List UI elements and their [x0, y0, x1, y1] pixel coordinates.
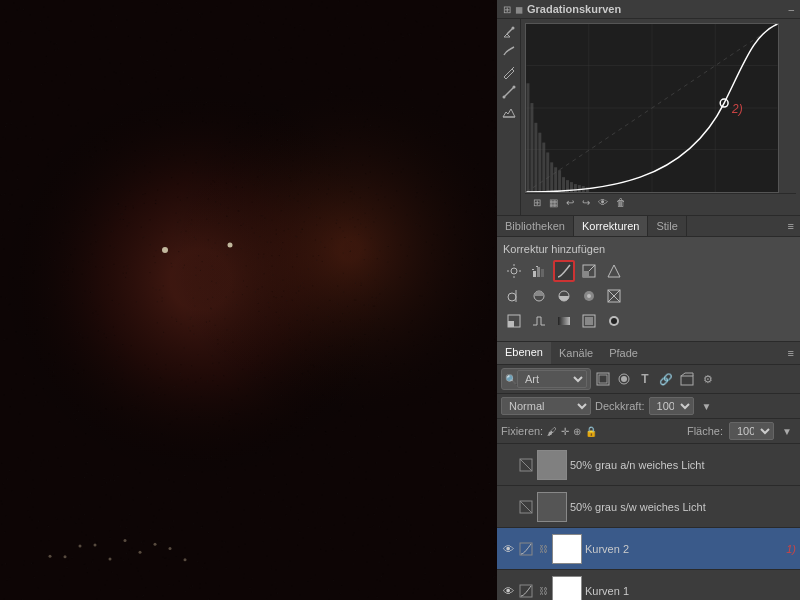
fix-lock-icon[interactable]: 🔒: [585, 426, 597, 437]
layer-item-kurven2[interactable]: 👁 ⛓ Kurven 2 1): [497, 528, 800, 570]
invert-icon[interactable]: [603, 310, 625, 332]
link-icon[interactable]: 🔗: [657, 370, 675, 388]
svg-rect-17: [538, 133, 541, 192]
layer-name: Kurven 2: [585, 543, 783, 555]
hsl-icon[interactable]: [503, 285, 525, 307]
layer-eye-icon[interactable]: 👁: [501, 458, 515, 472]
layer-eye-icon[interactable]: 👁: [501, 584, 515, 598]
photo-canvas: [0, 0, 497, 600]
curves-graph: 2): [525, 23, 779, 193]
layer-eye-icon[interactable]: 👁: [501, 500, 515, 514]
tab-kanale[interactable]: Kanäle: [551, 343, 601, 363]
photo-panel: [0, 0, 497, 600]
search-icon: 🔍: [505, 374, 517, 385]
svg-rect-64: [681, 376, 693, 385]
svg-point-4: [502, 96, 505, 99]
grid-large-icon[interactable]: ▦: [547, 196, 560, 209]
svg-rect-16: [534, 123, 537, 192]
layer-number: 1): [786, 543, 796, 555]
search-container: 🔍 Art: [501, 368, 591, 390]
channelmixer-icon[interactable]: [603, 285, 625, 307]
layer-thumbnail: [537, 450, 567, 480]
layer-eye-icon[interactable]: 👁: [501, 542, 515, 556]
fix-move-icon[interactable]: ✛: [561, 426, 569, 437]
layer-item[interactable]: 👁 50% grau a/n weiches Licht: [497, 444, 800, 486]
svg-rect-18: [542, 143, 545, 192]
curves-header-icon: ⊞: [503, 4, 511, 15]
layer-name: 50% grau a/n weiches Licht: [570, 459, 796, 471]
curves-header: ⊞ ◼ Gradationskurven –: [497, 0, 800, 19]
layer-item[interactable]: 👁 50% grau s/w weiches Licht: [497, 486, 800, 528]
gradient-icon[interactable]: [553, 310, 575, 332]
fix-brush-icon[interactable]: 🖌: [547, 426, 557, 437]
layer-thumbnail: [537, 492, 567, 522]
photofilter-icon[interactable]: [578, 285, 600, 307]
selective-icon[interactable]: [578, 310, 600, 332]
opacity-select[interactable]: 100%: [649, 397, 694, 415]
fix-link-icon[interactable]: ⊕: [573, 426, 581, 437]
vibrance-icon[interactable]: [603, 260, 625, 282]
flache-arrow-icon[interactable]: ▼: [778, 422, 796, 440]
tab-ebenen[interactable]: Ebenen: [497, 342, 551, 364]
brightness-icon[interactable]: [503, 260, 525, 282]
svg-point-5: [512, 86, 515, 89]
tab-korrekturen[interactable]: Korrekturen: [574, 216, 648, 236]
curves-graph-area: 2) ⊞ ▦ ↩ ↪ 👁 🗑: [521, 19, 800, 215]
exposure-icon[interactable]: [578, 260, 600, 282]
curves-title: Gradationskurven: [527, 3, 784, 15]
svg-rect-23: [562, 177, 565, 192]
curves-icon[interactable]: [553, 260, 575, 282]
blend-row: Normal Deckkraft: 100% ▼: [497, 394, 800, 419]
layer-thumbnail: [552, 576, 582, 601]
levels-icon[interactable]: [528, 260, 550, 282]
svg-line-3: [504, 87, 514, 97]
fixieren-row: Fixieren: 🖌 ✛ ⊕ 🔒 Fläche: 100% ▼: [497, 419, 800, 444]
svg-rect-54: [508, 321, 514, 327]
layer-chain-icon[interactable]: ⛓: [537, 543, 549, 555]
curve-draw-tool[interactable]: [500, 43, 518, 61]
tab-pfade[interactable]: Pfade: [601, 343, 646, 363]
tabs-section: Bibliotheken Korrekturen Stile ≡ Korrekt…: [497, 216, 800, 342]
eyedropper-tool[interactable]: [500, 23, 518, 41]
layers-tab-menu[interactable]: ≡: [782, 343, 800, 363]
mask-icon[interactable]: [615, 370, 633, 388]
new-layer-icon[interactable]: [594, 370, 612, 388]
svg-rect-19: [546, 152, 549, 192]
tab-stile[interactable]: Stile: [648, 216, 686, 236]
blackwhite-icon[interactable]: [553, 285, 575, 307]
pencil-tool[interactable]: [500, 63, 518, 81]
curves-left-tools: [497, 19, 521, 215]
curves-content: 2) ⊞ ▦ ↩ ↪ 👁 🗑: [497, 19, 800, 215]
grid-small-icon[interactable]: ⊞: [531, 196, 543, 209]
svg-rect-21: [554, 167, 557, 192]
layer-chain-icon[interactable]: ⛓: [537, 585, 549, 597]
layers-settings-icon[interactable]: ⚙: [699, 370, 717, 388]
colorbalance-icon[interactable]: [528, 285, 550, 307]
line-tool[interactable]: [500, 83, 518, 101]
svg-rect-37: [537, 267, 540, 277]
refresh-icon[interactable]: ↩: [564, 196, 576, 209]
layer-adjustment-icon: [518, 457, 534, 473]
svg-rect-15: [530, 103, 533, 192]
art-select[interactable]: Art: [517, 370, 587, 388]
layers-list: 👁 50% grau a/n weiches Licht 👁 50% grau …: [497, 444, 800, 600]
flache-select[interactable]: 100%: [729, 422, 774, 440]
type-icon[interactable]: T: [636, 370, 654, 388]
korrektur-title: Korrektur hinzufügen: [503, 243, 794, 255]
eye-icon[interactable]: 👁: [596, 196, 610, 209]
layer-thumbnail: [552, 534, 582, 564]
tab-menu-btn[interactable]: ≡: [782, 216, 800, 236]
opacity-arrow-icon[interactable]: ▼: [698, 397, 716, 415]
posterize-icon[interactable]: [503, 310, 525, 332]
layer-group-icon[interactable]: [678, 370, 696, 388]
trash-icon[interactable]: 🗑: [614, 196, 628, 209]
curves-collapse-btn[interactable]: –: [788, 4, 794, 15]
curves-header-icon2: ◼: [515, 4, 523, 15]
mountain-tool[interactable]: [500, 103, 518, 121]
svg-rect-42: [583, 271, 589, 277]
undo-icon[interactable]: ↪: [580, 196, 592, 209]
tab-bibliotheken[interactable]: Bibliotheken: [497, 216, 574, 236]
layer-item-kurven1[interactable]: 👁 ⛓ Kurven 1: [497, 570, 800, 600]
blend-mode-select[interactable]: Normal: [501, 397, 591, 415]
threshold-icon[interactable]: [528, 310, 550, 332]
